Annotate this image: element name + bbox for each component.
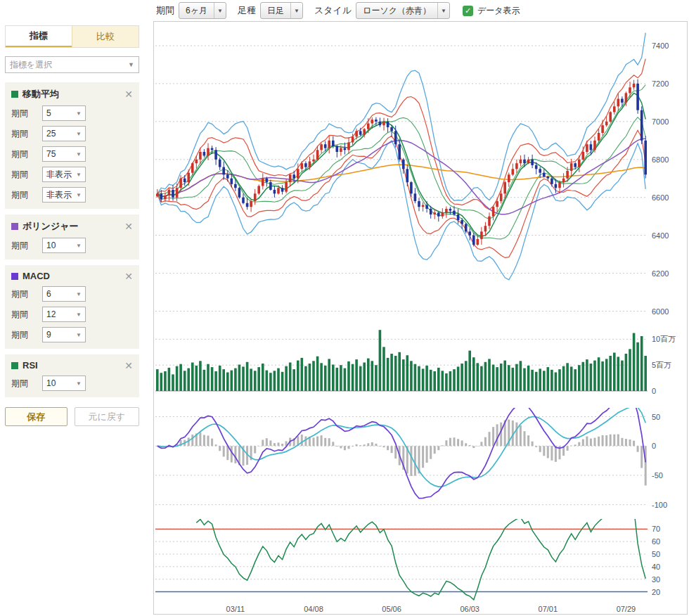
- ma-period-4-select[interactable]: 非表示 ▼: [42, 167, 86, 182]
- svg-text:50: 50: [652, 413, 660, 421]
- close-icon[interactable]: ✕: [124, 361, 133, 371]
- ma-period-2-select[interactable]: 25 ▼: [42, 126, 86, 141]
- bar-type-dropdown[interactable]: 日足 ▼: [260, 2, 303, 19]
- bar-type-value[interactable]: 日足: [261, 3, 291, 18]
- chevron-down-icon[interactable]: ▼: [438, 3, 449, 18]
- period-row: 期間 10 ▼: [11, 376, 133, 391]
- macd-period-1-select[interactable]: 6 ▼: [42, 286, 86, 302]
- section-bollinger: ボリンジャー ✕ 期間 10 ▼: [5, 214, 139, 259]
- bollinger-period-select[interactable]: 10 ▼: [42, 238, 86, 253]
- svg-text:07/01: 07/01: [539, 605, 558, 613]
- tab-indicators[interactable]: 指標: [6, 26, 72, 47]
- period-row: 期間 75 ▼: [11, 146, 133, 162]
- period-row-label: 期間: [11, 148, 42, 160]
- macd-period-3-select[interactable]: 9 ▼: [42, 327, 86, 342]
- svg-text:04/08: 04/08: [304, 605, 323, 613]
- period-row-label: 期間: [11, 169, 42, 181]
- svg-text:70: 70: [652, 525, 660, 533]
- svg-text:50: 50: [652, 550, 660, 558]
- svg-text:7200: 7200: [652, 79, 669, 88]
- rsi-period-select[interactable]: 10 ▼: [42, 376, 86, 391]
- chevron-down-icon: ▼: [76, 131, 82, 137]
- section-title: ボリンジャー: [22, 220, 124, 233]
- svg-text:10百万: 10百万: [652, 335, 676, 343]
- select-value: 10: [46, 378, 56, 388]
- close-icon[interactable]: ✕: [124, 271, 133, 281]
- period-row-label: 期間: [11, 309, 42, 321]
- chevron-down-icon: ▼: [76, 380, 82, 387]
- svg-text:7400: 7400: [652, 41, 669, 50]
- period-value[interactable]: 6ヶ月: [179, 3, 214, 18]
- style-value[interactable]: ローソク（赤青）: [356, 3, 438, 18]
- svg-text:40: 40: [652, 563, 660, 571]
- period-row: 期間 5 ▼: [11, 105, 133, 121]
- save-button[interactable]: 保存: [5, 407, 67, 426]
- period-row-label: 期間: [11, 329, 42, 341]
- macd-period-2-select[interactable]: 12 ▼: [42, 307, 86, 322]
- ma-period-1-select[interactable]: 5 ▼: [42, 105, 86, 121]
- bar-type-label: 足種: [238, 4, 256, 17]
- indicator-color-swatch: [11, 273, 18, 280]
- period-label: 期間: [156, 4, 174, 17]
- chevron-down-icon[interactable]: ▼: [214, 3, 226, 18]
- svg-text:0: 0: [652, 387, 656, 395]
- indicator-select[interactable]: 指標を選択 ▼: [5, 56, 139, 73]
- close-icon[interactable]: ✕: [124, 89, 133, 99]
- period-row: 期間 非表示 ▼: [11, 167, 133, 182]
- indicator-sidebar: 指標 比較 指標を選択 ▼ 移動平均 ✕ 期間 5 ▼ 期間 25 ▼ 期間: [0, 21, 144, 616]
- svg-text:0: 0: [652, 442, 656, 450]
- ma-period-3-select[interactable]: 75 ▼: [42, 146, 86, 162]
- data-display-checkbox[interactable]: ✓: [463, 6, 473, 16]
- indicator-color-swatch: [11, 223, 18, 230]
- tab-compare[interactable]: 比較: [72, 26, 139, 47]
- style-dropdown[interactable]: ローソク（赤青） ▼: [356, 2, 450, 19]
- select-value: 10: [46, 240, 56, 250]
- chart-panel: 6000620064006600680070007200740005百万10百万…: [153, 21, 688, 615]
- chevron-down-icon: ▼: [76, 172, 82, 178]
- select-value: 非表示: [46, 189, 72, 201]
- period-row: 期間 非表示 ▼: [11, 187, 133, 203]
- svg-text:6200: 6200: [652, 269, 669, 278]
- period-dropdown[interactable]: 6ヶ月 ▼: [179, 2, 226, 19]
- svg-text:30: 30: [652, 575, 660, 584]
- section-title: 移動平均: [22, 88, 124, 101]
- svg-text:07/29: 07/29: [617, 605, 636, 613]
- select-value: 25: [46, 129, 56, 139]
- select-value: 非表示: [46, 169, 72, 181]
- chevron-down-icon: ▼: [76, 151, 82, 158]
- svg-text:6600: 6600: [652, 193, 669, 202]
- chevron-down-icon[interactable]: ▼: [291, 3, 302, 18]
- stock-chart[interactable]: 6000620064006600680070007200740005百万10百万…: [155, 23, 687, 616]
- select-value: 75: [46, 149, 56, 159]
- chevron-down-icon: ▼: [128, 61, 134, 68]
- select-value: 5: [46, 108, 51, 118]
- section-title: MACD: [22, 271, 124, 281]
- period-row: 期間 9 ▼: [11, 327, 133, 342]
- chevron-down-icon: ▼: [76, 291, 82, 297]
- section-title: RSI: [22, 360, 124, 371]
- svg-text:6400: 6400: [652, 231, 669, 240]
- select-value: 6: [46, 289, 51, 299]
- period-row-label: 期間: [11, 108, 42, 120]
- period-row-label: 期間: [11, 240, 42, 252]
- section-rsi: RSI ✕ 期間 10 ▼: [5, 354, 139, 397]
- chart-toolbar: 期間 6ヶ月 ▼ 足種 日足 ▼ スタイル ローソク（赤青） ▼ ✓ データ表示: [153, 0, 689, 21]
- close-icon[interactable]: ✕: [124, 222, 133, 231]
- svg-text:05/06: 05/06: [382, 605, 401, 613]
- indicator-color-swatch: [11, 91, 18, 98]
- section-macd: MACD ✕ 期間 6 ▼ 期間 12 ▼ 期間 9 ▼: [5, 265, 139, 349]
- sidebar-tabs: 指標 比較: [5, 25, 139, 48]
- svg-text:6800: 6800: [652, 155, 669, 164]
- svg-text:20: 20: [652, 588, 660, 596]
- style-label: スタイル: [314, 4, 352, 17]
- select-value: 12: [46, 309, 56, 319]
- reset-button[interactable]: 元に戻す: [75, 407, 139, 426]
- ma-period-5-select[interactable]: 非表示 ▼: [42, 187, 86, 203]
- svg-text:7000: 7000: [652, 117, 669, 126]
- chevron-down-icon: ▼: [76, 110, 82, 117]
- period-row: 期間 25 ▼: [11, 126, 133, 141]
- select-value: 9: [46, 330, 51, 340]
- period-row: 期間 10 ▼: [11, 238, 133, 253]
- section-moving-average: 移動平均 ✕ 期間 5 ▼ 期間 25 ▼ 期間 75 ▼ 期間: [5, 82, 139, 209]
- data-display-label: データ表示: [477, 5, 520, 17]
